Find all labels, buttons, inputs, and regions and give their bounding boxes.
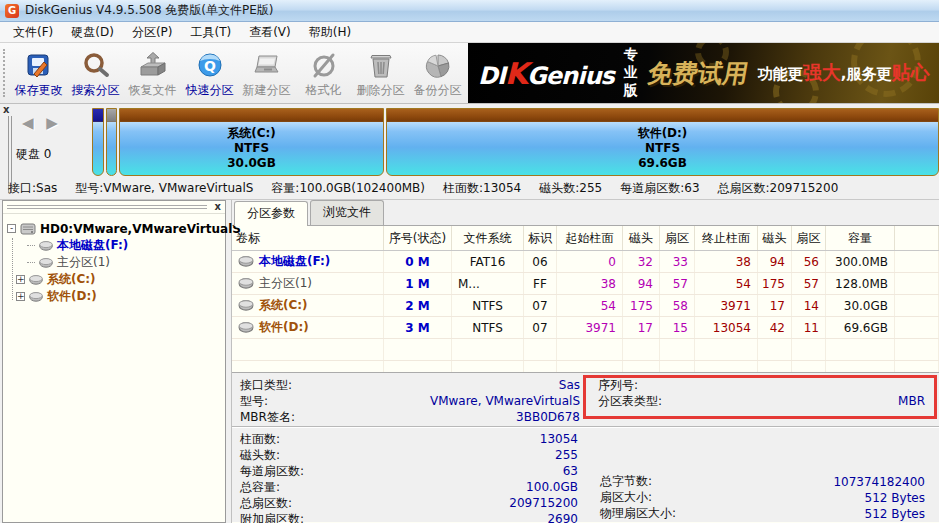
partition-type-band	[93, 109, 103, 122]
partition-block-c[interactable]: 系统(C:) NTFS 30.0GB	[119, 108, 384, 176]
tree-item-label: 本地磁盘(F:)	[57, 237, 128, 254]
backup-partition-icon	[423, 50, 453, 82]
partition-block-d[interactable]: 软件(D:) NTFS 69.6GB	[386, 108, 939, 176]
tree-item-hd0[interactable]: - HD0:VMware,VMwareVirtualS	[7, 220, 223, 237]
menu-tools[interactable]: 工具(T)	[181, 22, 240, 43]
close-icon[interactable]: x	[215, 201, 221, 212]
cell-filesystem: NTFS	[452, 295, 524, 316]
total-bytes-label: 总字节数:	[600, 473, 652, 490]
disk-icon	[238, 322, 254, 333]
table-row[interactable]: 系统(C:) 2 M NTFS 07 54 175 58 3971 17 14 …	[232, 295, 939, 317]
search-icon	[81, 50, 111, 82]
tree-item-system-c[interactable]: + 系统(C:)	[7, 271, 223, 288]
table-row[interactable]: 软件(D:) 3 M NTFS 07 3971 17 15 13054 42 1…	[232, 317, 939, 339]
cylinders-value: 13054	[280, 432, 578, 446]
delete-partition-button[interactable]: 删除分区	[352, 43, 409, 103]
toolbar-grip[interactable]	[3, 49, 9, 97]
backup-partition-button[interactable]: 备份分区	[409, 43, 466, 103]
menu-disk[interactable]: 硬盘(D)	[62, 22, 123, 43]
tree-item-software-d[interactable]: + 软件(D:)	[7, 288, 223, 305]
expand-icon[interactable]: +	[16, 275, 25, 284]
collapse-icon[interactable]: -	[7, 224, 16, 233]
col-filesystem[interactable]: 文件系统	[452, 226, 524, 250]
partition-type-band	[120, 109, 383, 122]
interface-type-value: Sas	[292, 378, 580, 392]
tab-partition-parameters[interactable]: 分区参数	[234, 201, 308, 226]
cell-end-cylinder: 54	[695, 273, 758, 294]
new-partition-label: 新建分区	[243, 82, 291, 99]
partition-map: 系统(C:) NTFS 30.0GB 软件(D:) NTFS 69.6GB	[92, 108, 939, 176]
cell-end-sector: 11	[792, 317, 826, 338]
search-partition-button[interactable]: 搜索分区	[67, 43, 124, 103]
tree-item-primary-partition[interactable]: 主分区(1)	[7, 254, 223, 271]
expand-icon[interactable]: +	[16, 292, 25, 301]
cell-seq: 3 M	[384, 317, 452, 338]
panel-grip[interactable]	[7, 205, 207, 209]
tree-item-local-disk-f[interactable]: 本地磁盘(F:)	[7, 237, 223, 254]
disk-nav-arrows[interactable]: ◀ ▶	[22, 114, 86, 132]
cell-end-head: 17	[758, 295, 792, 316]
save-changes-button[interactable]: 保存更改	[10, 43, 67, 103]
mbr-signature-label: MBR签名:	[240, 409, 295, 426]
cell-volume-label: 主分区(1)	[259, 275, 312, 292]
col-end-head[interactable]: 磁头	[758, 226, 792, 250]
banner-edition: 专业版	[624, 46, 638, 100]
search-partition-label: 搜索分区	[72, 82, 120, 99]
total-capacity-value: 100.0GB	[280, 480, 578, 494]
menu-file[interactable]: 文件(F)	[4, 22, 62, 43]
menu-partition[interactable]: 分区(P)	[123, 22, 182, 43]
model-label: 型号:	[240, 393, 268, 410]
table-row[interactable]: 本地磁盘(F:) 0 M FAT16 06 0 32 33 38 94 56 3…	[232, 251, 939, 273]
col-capacity[interactable]: 容量	[826, 226, 895, 250]
quick-partition-button[interactable]: Q 快速分区	[181, 43, 238, 103]
col-start-sector[interactable]: 扇区	[660, 226, 695, 250]
cell-id: FF	[524, 273, 557, 294]
col-seq-status[interactable]: 序号(状态)	[384, 226, 452, 250]
menu-help[interactable]: 帮助(H)	[300, 22, 360, 43]
cell-end-sector: 14	[792, 295, 826, 316]
format-button[interactable]: 格式化	[295, 43, 352, 103]
cell-start-head: 175	[623, 295, 660, 316]
disk-sectors-per-track: 每道扇区数:63	[620, 180, 699, 197]
total-sectors-value: 209715200	[292, 496, 578, 510]
tree-guide-line	[27, 262, 35, 263]
cell-end-cylinder: 38	[695, 251, 758, 272]
tree-item-label: 主分区(1)	[57, 254, 110, 271]
promo-banner[interactable]: DIKGenius 专业版 免费试用 功能更强大,服务更贴心	[468, 43, 939, 103]
cell-seq: 0 M	[384, 251, 452, 272]
tree-guide-line	[27, 245, 35, 246]
cell-end-sector: 57	[792, 273, 826, 294]
cell-start-cylinder: 54	[557, 295, 623, 316]
total-sectors-label: 总扇区数:	[240, 495, 292, 512]
cell-start-sector: 57	[660, 273, 695, 294]
app-icon: G	[5, 4, 19, 18]
cell-filesystem: M...	[452, 273, 524, 294]
heads-label: 磁头数:	[240, 447, 280, 464]
col-volume-label[interactable]: 卷标	[232, 226, 384, 250]
extra-sectors-label: 附加扇区数:	[240, 511, 304, 523]
partition-block-f[interactable]	[92, 108, 104, 176]
extra-sectors-value: 2690	[304, 512, 578, 523]
menu-bar: 文件(F) 硬盘(D) 分区(P) 工具(T) 查看(V) 帮助(H)	[0, 22, 939, 43]
cell-id: 07	[524, 317, 557, 338]
cell-capacity: 128.0MB	[826, 273, 895, 294]
tab-browse-files[interactable]: 浏览文件	[310, 200, 384, 225]
partition-type-band	[107, 109, 116, 122]
col-end-cylinder[interactable]: 终止柱面	[695, 226, 758, 250]
disk-icon	[238, 278, 254, 289]
tab-bar: 分区参数 浏览文件	[232, 200, 939, 226]
recover-files-button[interactable]: 恢复文件	[124, 43, 181, 103]
partition-block-primary[interactable]	[106, 108, 117, 176]
col-end-sector[interactable]: 扇区	[792, 226, 826, 250]
col-start-head[interactable]: 磁头	[623, 226, 660, 250]
new-partition-button[interactable]: 新建分区	[238, 43, 295, 103]
disk-heads: 磁头数:255	[539, 180, 602, 197]
menu-view[interactable]: 查看(V)	[240, 22, 300, 43]
col-id[interactable]: 标识	[524, 226, 557, 250]
cell-end-head: 94	[758, 251, 792, 272]
close-icon[interactable]: x	[3, 105, 9, 115]
disk-model: 型号:VMware, VMwareVirtualS	[75, 180, 253, 197]
table-row[interactable]: 主分区(1) 1 M M... FF 38 94 57 54 175 57 12…	[232, 273, 939, 295]
col-start-cylinder[interactable]: 起始柱面	[557, 226, 623, 250]
sectors-per-track-label: 每道扇区数:	[240, 463, 304, 480]
